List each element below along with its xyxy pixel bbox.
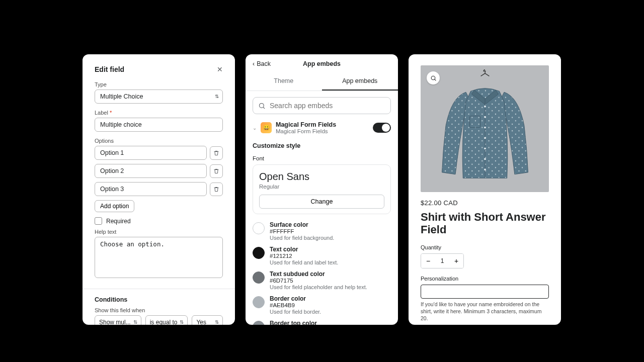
hanger-icon [478,68,492,82]
panel-title: Edit field [95,65,124,73]
color-hex: #6D7175 [270,278,391,284]
svg-point-6 [484,106,486,108]
chevron-left-icon: ‹ [253,60,255,67]
type-select[interactable]: Multiple Choice [95,89,223,104]
color-swatch [253,296,265,308]
app-embed-toggle[interactable] [373,123,391,133]
search-icon [258,102,266,110]
quantity-label: Quantity [421,244,549,250]
color-row[interactable]: Surface color #FFFFFF Used for field bac… [253,221,391,241]
option-input[interactable] [95,182,207,196]
color-desc: Used for field background. [270,235,391,241]
svg-point-7 [484,116,486,118]
personalization-input[interactable] [421,285,549,299]
svg-point-1 [431,76,435,80]
delete-option-button[interactable] [210,183,223,196]
customize-title: Customize style [253,142,391,149]
color-desc: Used for field placeholder and help text… [270,284,391,290]
trash-icon [213,168,219,174]
app-embed-row: ⌄ 😀 Magical Form Fields Magical Form Fie… [253,121,391,134]
quantity-stepper: − 1 + [421,253,464,268]
delete-option-button[interactable] [210,146,223,160]
edit-field-panel: Edit field ✕ Type Multiple Choice ⇅ Labe… [83,54,235,325]
back-button[interactable]: ‹ Back [253,60,271,67]
color-swatch [253,247,265,259]
font-weight: Regular [259,184,384,190]
svg-point-11 [484,158,486,160]
color-name: Border color [270,295,391,302]
condition-value-select[interactable]: Yes [192,315,223,325]
tab-theme[interactable]: Theme [246,72,322,90]
color-row[interactable]: Text subdued color #6D7175 Used for fiel… [253,270,391,290]
options-label: Options [95,138,223,144]
app-embed-sub: Magical Form Fields [276,128,369,134]
font-label: Font [253,155,391,161]
required-label: Required [106,218,131,225]
search-app-embeds[interactable] [253,97,391,114]
font-name: Open Sans [259,171,384,183]
color-row[interactable]: Border color #AEB4B9 Used for field bord… [253,295,391,315]
conditions-title: Conditions [95,296,223,303]
color-swatch [253,222,265,234]
color-row[interactable]: Border top color #898F94 Used for field … [253,320,391,325]
personalization-label: Personalization [421,276,549,282]
option-input[interactable] [95,164,207,178]
option-row [95,164,223,178]
label-label: Label * [95,110,223,116]
quantity-value: 1 [435,254,449,268]
help-text-label: Help text [95,229,223,235]
color-row[interactable]: Text color #121212 Used for field and la… [253,246,391,265]
shirt-illustration [437,82,533,183]
quantity-increase-button[interactable]: + [449,254,463,268]
app-embeds-panel: ‹ Back App embeds Theme App embeds ⌄ 😀 M… [246,54,398,325]
add-option-button[interactable]: Add option [95,200,134,212]
color-hex: #FFFFFF [270,228,391,234]
trash-icon [213,186,219,193]
svg-point-0 [260,103,264,108]
chevron-down-icon[interactable]: ⌄ [253,125,257,131]
conditions-sub: Show this field when [95,307,223,313]
personalization-help: If you'd like to have your name embroide… [421,301,549,322]
svg-point-8 [484,127,486,129]
color-hex: #AEB4B9 [270,302,391,308]
color-name: Text color [270,246,391,253]
color-hex: #121212 [270,253,391,259]
product-title: Shirt with Short Answer Field [421,211,549,236]
product-preview-panel: $22.00 CAD Shirt with Short Answer Field… [409,54,561,325]
search-input[interactable] [270,102,385,110]
color-name: Surface color [270,221,391,228]
option-row [95,182,223,196]
color-swatch [253,321,265,325]
color-name: Text subdued color [270,270,391,278]
color-name: Border top color [270,320,391,325]
svg-point-9 [484,137,486,139]
color-swatch [253,272,265,284]
condition-operator-select[interactable]: is equal to [145,315,188,325]
required-checkbox[interactable] [95,217,102,225]
svg-point-12 [484,168,486,170]
app-embed-name: Magical Form Fields [276,121,369,128]
divider [83,289,235,289]
app-icon: 😀 [261,122,272,133]
product-price: $22.00 CAD [421,199,549,207]
type-label: Type [95,81,223,87]
close-icon[interactable]: ✕ [217,65,223,73]
toggle-knob [382,124,390,132]
option-row [95,146,223,160]
color-desc: Used for field and label text. [270,259,391,265]
product-image [421,65,549,192]
condition-field-select[interactable]: Show mul... [95,315,141,325]
delete-option-button[interactable] [210,164,223,178]
magnify-icon [430,75,437,81]
color-desc: Used for field border. [270,309,391,315]
quantity-decrease-button[interactable]: − [421,254,435,268]
label-input[interactable] [95,118,223,132]
option-input[interactable] [95,146,207,160]
tab-app-embeds[interactable]: App embeds [322,72,398,90]
change-font-button[interactable]: Change [259,195,384,209]
svg-point-10 [484,147,486,149]
help-text-input[interactable] [95,237,223,278]
font-card: Open Sans Regular Change [253,164,391,214]
trash-icon [213,150,219,156]
